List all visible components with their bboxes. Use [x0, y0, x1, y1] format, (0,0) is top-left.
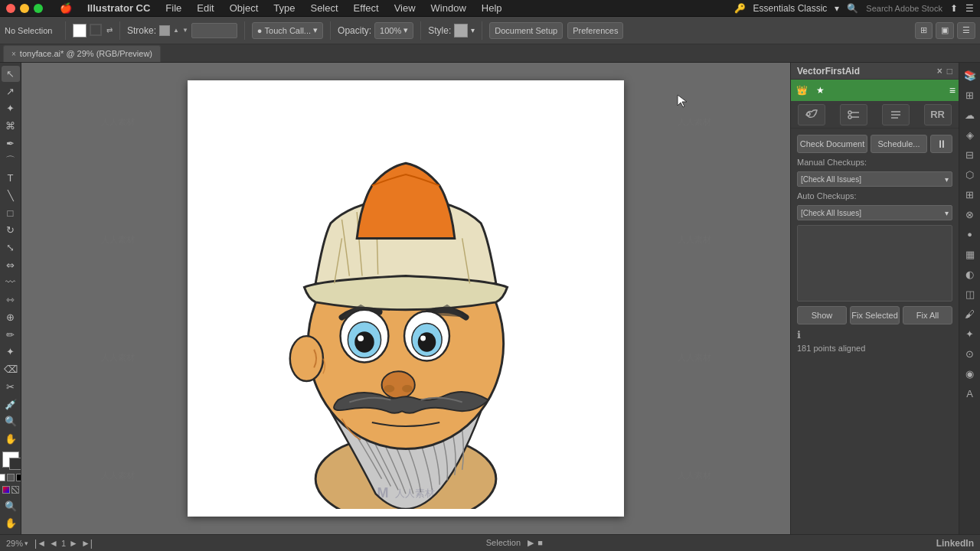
type-menu[interactable]: Type: [267, 1, 301, 15]
schedule-button[interactable]: Schedule...: [871, 135, 927, 153]
tool-curvature[interactable]: ⌒: [2, 153, 20, 169]
tool-type[interactable]: T: [2, 170, 20, 186]
stroke-down-icon[interactable]: ▼: [182, 27, 188, 34]
page-number[interactable]: 1: [61, 539, 66, 548]
auto-dropdown[interactable]: [Check All Issues] ▾: [797, 205, 952, 220]
panel-menu-icon[interactable]: ≡: [949, 84, 956, 96]
fill-color[interactable]: [73, 24, 87, 37]
show-button[interactable]: Show: [797, 306, 847, 324]
properties-btn[interactable]: ☰: [957, 22, 975, 39]
stroke-color[interactable]: [90, 24, 102, 36]
fix-selected-button[interactable]: Fix Selected: [850, 306, 900, 324]
tool-line[interactable]: ╲: [2, 187, 20, 204]
opacity-value[interactable]: 100% ▾: [374, 22, 413, 39]
page-prev-button[interactable]: |◄: [34, 538, 46, 549]
tool-rect[interactable]: □: [2, 205, 20, 221]
workspace-name[interactable]: Essentials Classic: [753, 3, 828, 14]
tool-warp[interactable]: 〰: [2, 275, 20, 291]
style-chevron[interactable]: ▾: [471, 26, 475, 34]
mode-stop-button[interactable]: ■: [537, 538, 543, 547]
tool-reflect[interactable]: ⇔: [2, 257, 20, 273]
share-icon[interactable]: ⬆: [950, 3, 958, 14]
tool-zoom[interactable]: 🔍: [2, 413, 20, 429]
file-menu[interactable]: File: [159, 1, 188, 15]
arrange-btn[interactable]: ⊞: [915, 22, 933, 39]
transform-icon[interactable]: ⬡: [961, 165, 979, 184]
tool-rotate[interactable]: ↻: [2, 222, 20, 238]
layers-icon[interactable]: ◈: [961, 126, 979, 144]
preferences-button[interactable]: Preferences: [567, 22, 623, 39]
panel-tab-r[interactable]: RR: [924, 104, 952, 126]
pathfinder-icon[interactable]: ⊗: [961, 205, 979, 223]
select-menu[interactable]: Select: [304, 1, 344, 15]
touch-button[interactable]: ● Touch Call... ▾: [252, 22, 323, 39]
tool-eyedropper[interactable]: 💉: [2, 396, 20, 412]
transparency-icon[interactable]: ◫: [961, 285, 979, 303]
gradient-icon[interactable]: ◐: [961, 265, 979, 283]
workspace-chevron[interactable]: ▾: [835, 3, 839, 14]
canvas-area[interactable]: 人人素材 人人素材 人人素材 人人素材 人人素材 人人素材 人人素材 人人素材 …: [21, 63, 790, 534]
color-mode-black[interactable]: [16, 474, 22, 481]
char-styles-icon[interactable]: A: [961, 384, 979, 403]
object-menu[interactable]: Object: [224, 1, 265, 15]
artboard[interactable]: M 人人素材: [188, 80, 624, 517]
tool-pen[interactable]: ✒: [2, 135, 20, 152]
page-next-button[interactable]: ►: [69, 538, 78, 549]
fix-all-button[interactable]: Fix All: [903, 306, 952, 324]
panel-tab-check[interactable]: [798, 104, 825, 126]
help-menu[interactable]: Help: [475, 1, 508, 15]
cc-libraries-icon[interactable]: ☁: [961, 106, 979, 124]
tool-selection[interactable]: ↖: [2, 66, 20, 82]
tool-zoom2[interactable]: 🔍: [2, 498, 20, 514]
panel-toggle-btn[interactable]: ▣: [936, 22, 954, 39]
fill-swatch[interactable]: [2, 452, 19, 468]
effect-menu[interactable]: Effect: [348, 1, 385, 15]
panel-tab-list[interactable]: [882, 104, 910, 126]
tool-pencil[interactable]: ✏: [2, 327, 20, 343]
close-button[interactable]: [6, 4, 15, 13]
tool-magic-wand[interactable]: ✦: [2, 100, 20, 116]
manual-dropdown[interactable]: [Check All Issues] ▾: [797, 171, 952, 187]
tool-direct-select[interactable]: ↗: [2, 83, 20, 99]
color-gradient-swatch[interactable]: [2, 486, 10, 494]
window-menu[interactable]: Window: [425, 1, 472, 15]
arrange-icon[interactable]: ⊟: [961, 145, 979, 164]
page-next2-button[interactable]: ►|: [81, 538, 93, 549]
doc-setup-button[interactable]: Document Setup: [489, 22, 563, 39]
graphic-styles-icon[interactable]: ⊙: [961, 344, 979, 363]
swap-icon[interactable]: ⇄: [106, 26, 113, 34]
app-name[interactable]: Illustrator CC: [81, 1, 156, 15]
tool-scissors[interactable]: ✂: [2, 379, 20, 395]
panel-expand-button[interactable]: □: [947, 66, 952, 77]
color-icon[interactable]: ●: [961, 225, 979, 243]
tool-group-select[interactable]: ⊕: [2, 309, 20, 325]
tab-close-button[interactable]: ×: [11, 50, 16, 58]
check-document-button[interactable]: Check Document: [797, 135, 867, 153]
tool-eraser[interactable]: ⌫: [2, 361, 20, 377]
apple-menu[interactable]: 🍎: [54, 1, 78, 15]
edit-menu[interactable]: Edit: [191, 1, 220, 15]
tool-brush[interactable]: ✦: [2, 344, 20, 360]
swatches-icon[interactable]: ▦: [961, 245, 979, 263]
brush-icon[interactable]: 🖌: [961, 305, 979, 323]
tool-hand[interactable]: ✋: [2, 431, 20, 447]
style-swatch[interactable]: [454, 24, 468, 37]
tool-width[interactable]: ⇿: [2, 292, 20, 308]
panel-tab-settings[interactable]: [840, 104, 867, 126]
view-menu[interactable]: View: [388, 1, 422, 15]
mode-play-button[interactable]: ▶: [528, 538, 534, 547]
pause-button[interactable]: ⏸: [930, 135, 952, 153]
stroke-value[interactable]: [191, 23, 237, 38]
document-tab[interactable]: × tonyface.ai* @ 29% (RGB/Preview): [3, 45, 161, 62]
menu-icon[interactable]: ☰: [965, 3, 974, 14]
maximize-button[interactable]: [34, 4, 43, 13]
zoom-chevron[interactable]: ▾: [24, 540, 28, 547]
zoom-value[interactable]: 29%: [6, 539, 23, 548]
minimize-button[interactable]: [20, 4, 29, 13]
properties-icon[interactable]: ⊞: [961, 86, 979, 104]
tool-lasso[interactable]: ⌘: [2, 118, 20, 134]
symbols-icon[interactable]: ✦: [961, 324, 979, 343]
stroke-swatch-tool[interactable]: [9, 458, 21, 470]
stroke-up-icon[interactable]: ▲: [173, 27, 179, 34]
color-mode-white[interactable]: [0, 474, 5, 481]
